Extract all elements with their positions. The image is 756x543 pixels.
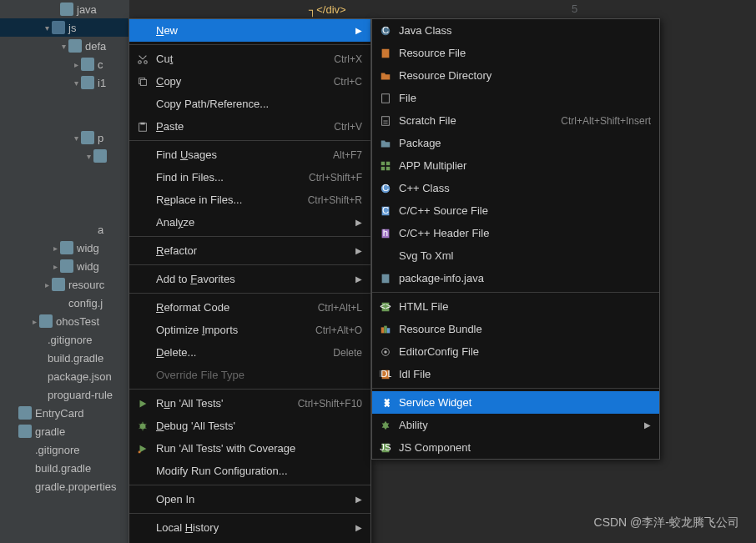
menu-label: EditorConfig File	[399, 345, 651, 358]
menu-item[interactable]: EditorConfig File	[372, 340, 659, 363]
folder-icon	[31, 388, 44, 401]
tree-arrow[interactable]: ▾	[71, 78, 81, 88]
menu-item[interactable]: CutCtrl+X	[129, 48, 370, 70]
project-tree[interactable]: java▾js▾defa▸c▾i1▾p▾a▸widg▸widg▸resourcc…	[0, 0, 129, 543]
menu-item[interactable]: Run 'All Tests'Ctrl+Shift+F10	[129, 392, 370, 415]
menu-item[interactable]: IDLIdl File	[372, 363, 659, 385]
tree-arrow[interactable]: ▸	[50, 244, 60, 253]
tree-item[interactable]: proguard-rule	[0, 385, 129, 404]
tree-item[interactable]: ▸ohosTest	[0, 312, 129, 330]
menu-item[interactable]: Add to Favorites▶	[129, 268, 370, 290]
tree-item[interactable]: ▸resourc	[0, 275, 129, 294]
menu-item[interactable]: Debug 'All Tests'	[129, 415, 370, 437]
tree-item[interactable]: a	[0, 220, 129, 239]
tree-item[interactable]: package.json	[0, 367, 129, 385]
folder-icon	[31, 351, 44, 365]
tree-item[interactable]: ▾defa	[0, 37, 129, 55]
menu-item[interactable]: Service Widget	[372, 391, 659, 414]
tree-item[interactable]: .gitignore	[0, 440, 129, 459]
tree-item[interactable]: ▸widg	[0, 257, 129, 275]
menu-item[interactable]: Optimize ImportsCtrl+Alt+O	[129, 319, 370, 341]
menu-item[interactable]: package-info.java	[372, 267, 659, 289]
tree-arrow[interactable]: ▸	[50, 262, 60, 271]
tree-item[interactable]: ▾	[0, 147, 129, 165]
tree-item[interactable]: config.j	[0, 294, 129, 312]
tree-item[interactable]	[0, 184, 129, 202]
menu-item[interactable]: Resource Bundle	[372, 318, 659, 340]
menu-item[interactable]: Find UsagesAlt+F7	[129, 143, 370, 166]
menu-item[interactable]: Open In▶	[129, 488, 370, 510]
tree-item[interactable]: build.gradle	[0, 459, 129, 477]
tree-item[interactable]: build.gradle	[0, 349, 129, 367]
menu-label: Modify Run Configuration...	[156, 465, 362, 477]
menu-item[interactable]: Resource Directory	[372, 64, 659, 87]
menu-item[interactable]: APP Multiplier	[372, 154, 659, 177]
menu-item[interactable]: CC/C++ Source File	[372, 199, 659, 222]
tree-item[interactable]	[0, 165, 129, 184]
menu-item[interactable]: Local History▶	[129, 516, 370, 539]
tree-item[interactable]: java	[0, 0, 129, 18]
idl-icon: IDL	[377, 368, 394, 381]
tree-arrow[interactable]: ▾	[83, 152, 93, 161]
menu-item[interactable]: <>HTML File	[372, 295, 659, 318]
tree-item[interactable]: ▾i1	[0, 73, 129, 92]
menu-item[interactable]: Find in Files...Ctrl+Shift+F	[129, 166, 370, 189]
menu-item[interactable]: Scratch FileCtrl+Alt+Shift+Insert	[372, 109, 659, 132]
menu-item[interactable]: Resource File	[372, 42, 659, 64]
tree-arrow[interactable]: ▸	[42, 280, 52, 289]
menu-item[interactable]: Replace in Files...Ctrl+Shift+R	[129, 189, 370, 211]
tree-item[interactable]: ▸c	[0, 55, 129, 73]
menu-item[interactable]: Analyze▶	[129, 211, 370, 234]
copy-icon	[134, 75, 151, 88]
menu-item[interactable]: File	[372, 87, 659, 109]
tree-label: resourc	[68, 279, 104, 291]
menu-item[interactable]: Package	[372, 132, 659, 154]
menu-item[interactable]: New▶	[129, 19, 370, 42]
tree-arrow[interactable]: ▾	[71, 133, 81, 143]
menu-label: Debug 'All Tests'	[156, 420, 362, 432]
tree-item[interactable]: ▸widg	[0, 239, 129, 257]
menu-item[interactable]: Reformat CodeCtrl+Alt+L	[129, 296, 370, 319]
menu-item[interactable]: Run 'All Tests' with Coverage	[129, 437, 370, 460]
tree-item[interactable]: gradle	[0, 422, 129, 440]
menu-item[interactable]: Copy Path/Reference...	[129, 93, 370, 115]
context-menu[interactable]: New▶CutCtrl+XCopyCtrl+CCopy Path/Referen…	[129, 18, 371, 543]
menu-label: Open In	[156, 493, 349, 505]
tree-arrow[interactable]: ▾	[42, 23, 52, 33]
menu-item[interactable]: CC++ Class	[372, 177, 659, 199]
menu-label: Cut	[156, 53, 334, 65]
rfile-icon	[377, 47, 394, 60]
menu-item[interactable]: Reload from Disk	[129, 539, 370, 543]
shortcut: Ctrl+Shift+F10	[298, 398, 362, 410]
menu-item[interactable]: Modify Run Configuration...	[129, 460, 370, 482]
code-line[interactable]: ┐</div>	[275, 0, 756, 18]
tree-item[interactable]	[0, 202, 129, 220]
menu-item[interactable]: CJava Class	[372, 19, 659, 42]
menu-label: Add to Favorites	[156, 273, 349, 285]
tree-label: a	[98, 224, 103, 236]
menu-item[interactable]: Delete...Delete	[129, 341, 370, 364]
menu-item[interactable]: JSJS Component	[372, 436, 659, 459]
menu-label: Replace in Files...	[156, 194, 308, 206]
menu-item[interactable]: hC/C++ Header File	[372, 222, 659, 244]
tree-item[interactable]: ▾p	[0, 128, 129, 147]
new-submenu[interactable]: CJava ClassResource FileResource Directo…	[371, 18, 660, 460]
tree-item[interactable]	[0, 110, 129, 128]
menu-label: HTML File	[399, 300, 651, 313]
menu-item[interactable]: PasteCtrl+V	[129, 115, 370, 138]
menu-item[interactable]: Override File Type	[129, 364, 370, 386]
menu-item[interactable]: CopyCtrl+C	[129, 70, 370, 93]
tree-item[interactable]: .gitignore	[0, 330, 129, 349]
tree-arrow[interactable]: ▾	[58, 42, 68, 51]
tree-item[interactable]: ▾js	[0, 18, 129, 37]
tree-item[interactable]	[0, 92, 129, 110]
blank-icon	[377, 249, 394, 263]
tree-item[interactable]: gradle.properties	[0, 477, 129, 495]
tree-item[interactable]: EntryCard	[0, 404, 129, 422]
menu-item[interactable]: Ability▶	[372, 414, 659, 436]
tree-arrow[interactable]: ▸	[71, 60, 81, 69]
folder-icon	[93, 94, 107, 108]
menu-item[interactable]: Refactor▶	[129, 239, 370, 262]
tree-arrow[interactable]: ▸	[29, 317, 39, 326]
menu-item[interactable]: Svg To Xml	[372, 244, 659, 267]
